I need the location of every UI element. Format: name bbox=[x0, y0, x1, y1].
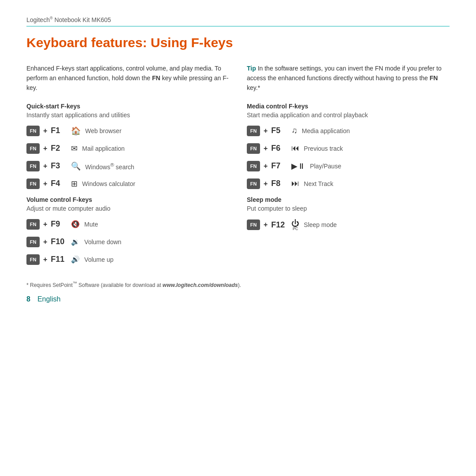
media-header: Media control F-keys bbox=[247, 103, 450, 110]
plus-f10: + bbox=[43, 238, 47, 246]
fn-badge-f2: FN bbox=[26, 143, 40, 154]
fn-badge-f12: FN bbox=[247, 219, 260, 230]
fn-badge-f1: FN bbox=[26, 126, 40, 136]
key-row-f11: FN + F11 🔊 Volume up bbox=[26, 254, 229, 265]
page-number-row: 8 English bbox=[26, 295, 450, 303]
f7-description: Play/Pause bbox=[310, 163, 341, 170]
brand-name: Logitech bbox=[26, 16, 50, 23]
fkey-f10: F10 bbox=[51, 237, 67, 246]
plus-f7: + bbox=[264, 162, 268, 170]
fkey-f1: F1 bbox=[51, 126, 67, 135]
fkey-f2: F2 bbox=[51, 144, 67, 153]
header: Logitech® Notebook Kit MK605 bbox=[26, 16, 450, 23]
tip-text: Tip In the software settings, you can in… bbox=[247, 63, 450, 93]
key-row-f3: FN + F3 🔍 Windows® search bbox=[26, 161, 229, 171]
key-row-f4: FN + F4 ⊞ Windows calculator bbox=[26, 178, 229, 189]
key-row-f8: FN + F8 ⏭ Next Track bbox=[247, 178, 450, 189]
f1-description: Web browser bbox=[85, 127, 121, 134]
fn-badge-f6: FN bbox=[247, 143, 260, 154]
sleep-icon: ⏻ PC bbox=[291, 219, 299, 231]
fkey-f7: F7 bbox=[271, 161, 287, 171]
footer-note-before: * Requires SetPoint bbox=[26, 282, 73, 288]
key-row-f12: FN + F12 ⏻ PC Sleep mode bbox=[247, 219, 450, 231]
plus-f4: + bbox=[43, 180, 47, 188]
fkey-f9: F9 bbox=[51, 219, 67, 229]
intro-bold: FN bbox=[152, 74, 160, 82]
fkey-f6: F6 bbox=[271, 144, 287, 153]
plus-f6: + bbox=[264, 145, 268, 152]
key-row-f7: FN + F7 ▶⏸ Play/Pause bbox=[247, 161, 450, 171]
two-column-layout: Enhanced F-keys start applications, cont… bbox=[26, 63, 450, 272]
fkey-f12: F12 bbox=[271, 220, 287, 230]
next-track-icon: ⏭ bbox=[291, 179, 299, 188]
page-title: Keyboard features: Using F-keys bbox=[26, 35, 450, 50]
right-column: Tip In the software settings, you can in… bbox=[247, 63, 450, 272]
key-row-f2: FN + F2 ✉ Mail application bbox=[26, 143, 229, 154]
page: Logitech® Notebook Kit MK605 Keyboard fe… bbox=[0, 0, 476, 476]
calculator-icon: ⊞ bbox=[71, 179, 78, 189]
f10-description: Volume down bbox=[84, 238, 121, 245]
volume-header: Volume control F-keys bbox=[26, 196, 229, 203]
search-icon: 🔍 bbox=[71, 161, 81, 171]
key-row-f10: FN + F10 🔉 Volume down bbox=[26, 237, 229, 247]
media-app-icon: ♫ bbox=[291, 126, 298, 135]
header-line bbox=[26, 26, 450, 26]
product-name: Notebook Kit MK605 bbox=[53, 16, 111, 23]
fn-badge-f10: FN bbox=[26, 237, 40, 247]
web-browser-icon: 🏠 bbox=[71, 126, 81, 136]
fn-badge-f8: FN bbox=[247, 178, 260, 189]
fn-badge-f4: FN bbox=[26, 178, 40, 189]
fkey-f8: F8 bbox=[271, 179, 287, 188]
plus-f11: + bbox=[43, 256, 47, 264]
f2-description: Mail application bbox=[82, 145, 125, 152]
fn-badge-f3: FN bbox=[26, 161, 40, 171]
volume-up-icon: 🔊 bbox=[71, 255, 80, 264]
f12-description: Sleep mode bbox=[304, 221, 337, 228]
fkey-f5: F5 bbox=[271, 126, 287, 135]
fkey-f11: F11 bbox=[51, 255, 67, 264]
fn-badge-f5: FN bbox=[247, 126, 260, 136]
plus-f1: + bbox=[43, 127, 47, 135]
plus-f3: + bbox=[43, 162, 47, 170]
tip-fn-bold: FN bbox=[430, 74, 438, 82]
intro-text: Enhanced F-keys start applications, cont… bbox=[26, 63, 229, 93]
prev-track-icon: ⏮ bbox=[291, 144, 299, 153]
f9-description: Mute bbox=[84, 221, 98, 228]
page-number: 8 bbox=[26, 295, 30, 303]
key-row-f1: FN + F1 🏠 Web browser bbox=[26, 126, 229, 136]
key-row-f9: FN + F9 🔇 Mute bbox=[26, 219, 229, 230]
plus-f2: + bbox=[43, 145, 47, 152]
f8-description: Next Track bbox=[304, 180, 333, 187]
f11-description: Volume up bbox=[84, 256, 113, 263]
volume-subtext: Adjust or mute computer audio bbox=[26, 205, 229, 212]
key-row-f6: FN + F6 ⏮ Previous track bbox=[247, 143, 450, 154]
fkey-f4: F4 bbox=[51, 179, 67, 188]
footer-note-end: ). bbox=[238, 282, 241, 288]
tip-body: In the software settings, you can invert… bbox=[247, 65, 442, 82]
footer-tm: ™ bbox=[73, 281, 77, 286]
media-subtext: Start media application and control play… bbox=[247, 112, 450, 119]
language-label: English bbox=[37, 295, 60, 303]
quick-start-subtext: Instantly start applications and utiliti… bbox=[26, 112, 229, 119]
footer-link: www.logitech.com/downloads bbox=[163, 282, 238, 288]
plus-f8: + bbox=[264, 180, 268, 188]
footer-note-middle: Software (available for download at bbox=[77, 282, 163, 288]
key-row-f5: FN + F5 ♫ Media application bbox=[247, 126, 450, 136]
registered-mark: ® bbox=[50, 16, 53, 20]
plus-f5: + bbox=[264, 127, 268, 135]
fn-badge-f9: FN bbox=[26, 219, 40, 230]
sleep-subtext: Put computer to sleep bbox=[247, 205, 450, 212]
f3-description: Windows® search bbox=[85, 162, 134, 171]
left-column: Enhanced F-keys start applications, cont… bbox=[26, 63, 229, 272]
fkey-f3: F3 bbox=[51, 161, 67, 171]
mail-icon: ✉ bbox=[71, 144, 78, 153]
volume-down-icon: 🔉 bbox=[71, 238, 80, 246]
sleep-header: Sleep mode bbox=[247, 196, 450, 203]
header-title: Logitech® Notebook Kit MK605 bbox=[26, 16, 111, 23]
plus-f12: + bbox=[264, 221, 268, 229]
quick-start-header: Quick-start F-keys bbox=[26, 103, 229, 110]
footer-note: * Requires SetPoint™ Software (available… bbox=[26, 281, 450, 288]
f4-description: Windows calculator bbox=[82, 180, 135, 187]
tip-label: Tip bbox=[247, 65, 256, 72]
f5-description: Media application bbox=[302, 127, 350, 134]
